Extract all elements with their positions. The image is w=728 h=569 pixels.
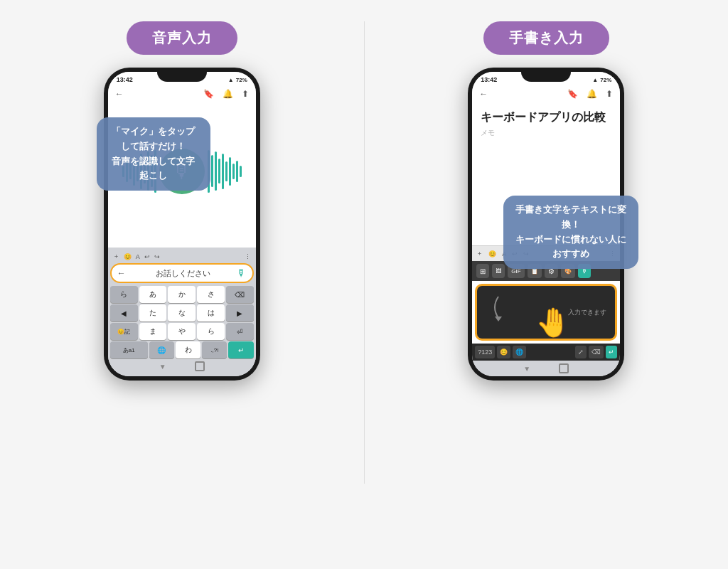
voice-back-icon[interactable]: ← bbox=[117, 268, 126, 278]
svg-marker-0 bbox=[495, 317, 502, 321]
wave-bar bbox=[229, 157, 231, 186]
handwrite-title: 手書き入力 bbox=[483, 21, 609, 55]
kb-key-sa[interactable]: さ bbox=[197, 286, 225, 303]
hb-enter-btn[interactable]: ↵ bbox=[606, 346, 617, 358]
wave-bar bbox=[211, 155, 213, 187]
kb-key-emoji-rec[interactable]: 😊記 bbox=[110, 323, 138, 340]
phone-notch-right bbox=[521, 72, 571, 82]
status-icons-handwrite: ▲ 72% bbox=[592, 77, 611, 83]
keyboard-rows: ら あ か さ ⌫ ◀ た な は ▶ bbox=[110, 286, 254, 358]
kb-row-3: 😊記 ま や ら ⏎ bbox=[110, 323, 254, 340]
canvas-hint-text: 入力できます bbox=[568, 308, 606, 317]
wave-bar bbox=[232, 164, 235, 179]
emoji-icon[interactable]: 😊 bbox=[124, 253, 132, 260]
kb-row-1: ら あ か さ ⌫ bbox=[110, 286, 254, 303]
kb-key-ka[interactable]: か bbox=[168, 286, 196, 303]
add-icon-hw[interactable]: ＋ bbox=[476, 249, 483, 258]
kb-key-right[interactable]: ▶ bbox=[226, 304, 254, 321]
back-arrow-icon[interactable]: ← bbox=[115, 89, 124, 99]
handwrite-section: 手書き入力 手書き文字をテキストに変換！ キーボードに慣れない人におすすめ 13… bbox=[393, 21, 700, 381]
voice-mic-icon[interactable]: 🎙 bbox=[237, 267, 247, 279]
hk-sticker-btn[interactable]: 🖼 bbox=[492, 264, 505, 278]
keyboard-area-voice: ＋ 😊 A ↩ ↪ ⋮ ← お話しください 🎙 bbox=[108, 248, 256, 376]
phone-notch bbox=[157, 72, 207, 82]
section-divider bbox=[364, 21, 365, 484]
kb-key-newline[interactable]: ⏎ bbox=[226, 323, 254, 340]
kb-key-a[interactable]: あ bbox=[139, 286, 167, 303]
kb-row-4: あa1 🌐 わ .,?! ↵ bbox=[110, 341, 254, 358]
hb-emoji-btn[interactable]: 😊 bbox=[497, 346, 510, 358]
status-icons-voice: ▲ 72% bbox=[228, 77, 247, 83]
voice-input-bar[interactable]: ← お話しください 🎙 bbox=[110, 263, 254, 283]
kb-key-punct[interactable]: .,?! bbox=[202, 341, 227, 358]
redo-icon[interactable]: ↪ bbox=[154, 253, 160, 260]
kb-key-alpha[interactable]: あa1 bbox=[110, 341, 148, 358]
phone-bottom-bar-handwrite: ▼ bbox=[472, 361, 620, 376]
font-icon[interactable]: A bbox=[136, 253, 140, 260]
hk-grid-btn[interactable]: ⊞ bbox=[476, 264, 489, 278]
signal-icon: ▲ bbox=[228, 77, 234, 83]
phone-bottom-bar-voice: ▼ bbox=[110, 358, 254, 374]
wave-bar bbox=[215, 151, 217, 191]
kb-key-undo[interactable]: ら bbox=[110, 286, 138, 303]
kb-key-globe[interactable]: 🌐 bbox=[149, 341, 174, 358]
wave-bar bbox=[240, 166, 242, 177]
kb-key-na[interactable]: な bbox=[168, 304, 196, 321]
wave-bar bbox=[236, 161, 238, 182]
voice-phone: 13:42 ▲ 72% ← 🔖 🔔 ⬆ bbox=[104, 68, 260, 381]
hand-cursor-icon: 🤚 bbox=[535, 306, 571, 339]
kb-toolbar-voice: ＋ 😊 A ↩ ↪ ⋮ bbox=[110, 250, 254, 263]
waveform-right bbox=[208, 150, 242, 193]
nav-square-icon[interactable] bbox=[195, 361, 205, 371]
kb-key-ma[interactable]: ま bbox=[139, 323, 167, 340]
hb-resize-btn[interactable]: ⤢ bbox=[575, 346, 587, 358]
bell-icon[interactable]: 🔔 bbox=[223, 89, 233, 99]
wave-bar bbox=[222, 154, 224, 189]
note-subtitle: メモ bbox=[481, 128, 611, 138]
kb-key-left[interactable]: ◀ bbox=[110, 304, 138, 321]
voice-title: 音声入力 bbox=[127, 21, 237, 55]
kb-row-2: ◀ た な は ▶ bbox=[110, 304, 254, 321]
bookmark-icon-right[interactable]: 🔖 bbox=[567, 89, 578, 99]
kb-key-ra[interactable]: ら bbox=[197, 323, 225, 340]
wave-bar bbox=[218, 159, 220, 184]
kb-key-ya[interactable]: や bbox=[168, 323, 196, 340]
add-icon[interactable]: ＋ bbox=[113, 252, 119, 261]
voice-section: 音声入力 「マイク」をタップして話すだけ！ 音声を認識して文字起こし 13:42… bbox=[28, 21, 336, 381]
bookmark-icon[interactable]: 🔖 bbox=[203, 89, 214, 99]
signal-icon-right: ▲ bbox=[592, 77, 598, 83]
kb-key-backspace[interactable]: ⌫ bbox=[226, 286, 254, 303]
hb-num-btn[interactable]: ?123 bbox=[475, 346, 495, 358]
hb-backspace-btn[interactable]: ⌫ bbox=[589, 346, 604, 358]
undo-icon[interactable]: ↩ bbox=[144, 253, 150, 260]
handwrite-canvas[interactable]: 🤚 入力できます bbox=[475, 284, 617, 341]
export-icon[interactable]: ⬆ bbox=[242, 89, 249, 99]
emoji-icon-hw[interactable]: 😊 bbox=[488, 250, 496, 257]
write-arrow-icon bbox=[488, 293, 509, 321]
export-icon-right[interactable]: ⬆ bbox=[606, 89, 613, 99]
handwrite-bottom-row: ?123 😊 🌐 ⤢ ⌫ ↵ bbox=[472, 344, 620, 361]
kb-key-wa[interactable]: わ bbox=[176, 341, 200, 358]
note-title: キーボードアプリの比較 bbox=[481, 110, 611, 125]
kb-key-enter[interactable]: ↵ bbox=[228, 341, 253, 358]
voice-placeholder-text: お話しください bbox=[130, 268, 237, 279]
kb-key-ta[interactable]: た bbox=[139, 304, 167, 321]
wave-bar bbox=[225, 161, 228, 181]
kb-key-ha[interactable]: は bbox=[197, 304, 225, 321]
hb-globe-btn[interactable]: 🌐 bbox=[513, 346, 526, 358]
bell-icon-right[interactable]: 🔔 bbox=[587, 89, 597, 99]
voice-callout: 「マイク」をタップして話すだけ！ 音声を認識して文字起こし bbox=[97, 117, 210, 191]
nav-square-icon-right[interactable] bbox=[559, 363, 569, 373]
nav-down-icon-right[interactable]: ▼ bbox=[523, 365, 530, 373]
nav-down-icon[interactable]: ▼ bbox=[159, 363, 166, 371]
back-arrow-icon-right[interactable]: ← bbox=[479, 89, 488, 99]
handwrite-callout: 手書き文字をテキストに変換！ キーボードに慣れない人におすすめ bbox=[503, 196, 638, 269]
more-icon[interactable]: ⋮ bbox=[245, 253, 251, 260]
